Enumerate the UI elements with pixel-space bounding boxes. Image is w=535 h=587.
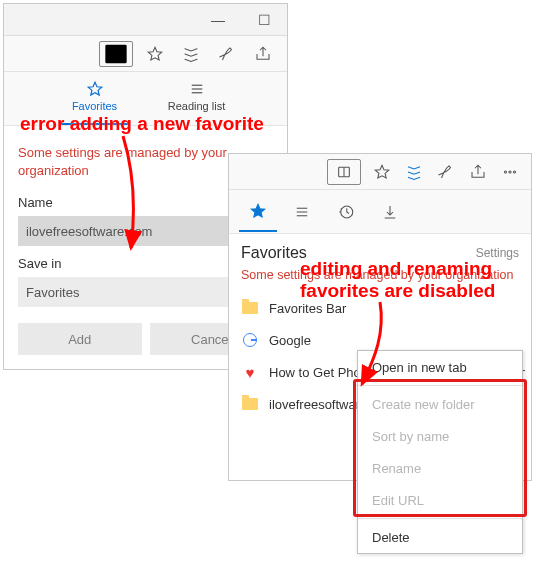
hub-tab-reading-list[interactable] [283, 192, 321, 232]
star-outline-icon[interactable] [367, 158, 397, 186]
reading-view-icon[interactable] [327, 159, 361, 185]
heart-icon: ♥ [241, 363, 259, 381]
favorite-item[interactable]: Favorites Bar [239, 292, 531, 324]
ctx-rename: Rename [358, 452, 522, 484]
notes-icon[interactable] [431, 158, 461, 186]
hub-icon[interactable] [175, 40, 207, 68]
more-icon[interactable] [495, 158, 525, 186]
hub-tab-downloads[interactable] [371, 192, 409, 232]
maximize-button[interactable]: ☐ [241, 4, 287, 35]
svg-point-8 [509, 170, 511, 172]
favorite-label: ilovefreesoftware [269, 397, 367, 412]
hub-tab-favorites[interactable] [239, 192, 277, 232]
share-icon[interactable] [247, 40, 279, 68]
ctx-open-new-tab[interactable]: Open in new tab [358, 351, 522, 383]
tab-favorites-label: Favorites [61, 100, 129, 112]
window-titlebar: — ☐ [4, 4, 287, 36]
favorite-label: Favorites Bar [269, 301, 346, 316]
toolbar [4, 36, 287, 72]
favorites-hub-panel: Favorites Settings Some settings are man… [228, 153, 532, 481]
ctx-sort-by-name: Sort by name [358, 420, 522, 452]
favorite-label: Google [269, 333, 311, 348]
context-menu: Open in new tab Create new folder Sort b… [357, 350, 523, 554]
favorites-header: Favorites Settings [229, 234, 531, 266]
google-icon [241, 331, 259, 349]
folder-icon [241, 299, 259, 317]
ctx-delete[interactable]: Delete [358, 521, 522, 553]
favorites-title: Favorites [241, 244, 307, 262]
ctx-edit-url: Edit URL [358, 484, 522, 516]
add-favorite-tabs: Favorites Reading list [4, 72, 287, 126]
hub-tab-history[interactable] [327, 192, 365, 232]
reading-list-icon [163, 78, 231, 100]
tab-reading-list[interactable]: Reading list [163, 78, 231, 125]
separator [358, 518, 522, 519]
add-button[interactable]: Add [18, 323, 142, 355]
toolbar-b [229, 154, 531, 190]
ctx-create-folder: Create new folder [358, 388, 522, 420]
svg-point-9 [513, 170, 515, 172]
managed-message: Some settings are managed by your organi… [229, 266, 531, 290]
minimize-button[interactable]: — [195, 4, 241, 35]
notes-icon[interactable] [211, 40, 243, 68]
separator [358, 385, 522, 386]
star-icon [61, 78, 129, 100]
star-outline-icon[interactable] [139, 40, 171, 68]
hub-tabs [229, 190, 531, 234]
reading-view-icon[interactable] [99, 41, 133, 67]
svg-rect-0 [105, 44, 126, 63]
hub-icon[interactable] [399, 158, 429, 186]
tab-reading-list-label: Reading list [163, 100, 231, 112]
share-icon[interactable] [463, 158, 493, 186]
folder-icon [241, 395, 259, 413]
favorites-settings-link[interactable]: Settings [476, 246, 519, 260]
tab-favorites[interactable]: Favorites [61, 78, 129, 125]
svg-point-7 [504, 170, 506, 172]
